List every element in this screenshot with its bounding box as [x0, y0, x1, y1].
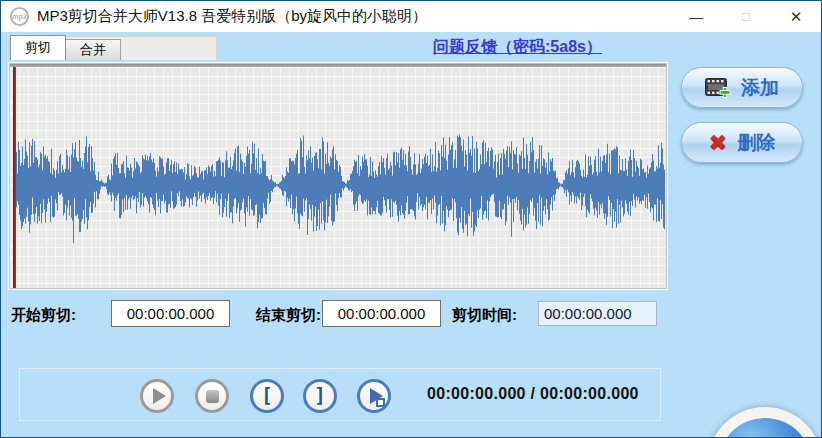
red-x-icon: ✖ — [709, 132, 727, 154]
add-button-label: 添加 — [741, 75, 779, 101]
play-button[interactable] — [140, 379, 174, 413]
selection-square-icon — [376, 398, 385, 407]
end-cut-label: 结束剪切: — [256, 306, 321, 325]
end-cut-input[interactable] — [322, 300, 441, 327]
bracket-close-icon: ] — [314, 386, 325, 407]
mark-end-button[interactable]: ] — [303, 379, 337, 413]
bracket-open-icon: [ — [261, 386, 272, 407]
waveform — [15, 67, 665, 288]
minimize-button[interactable]: — — [671, 1, 721, 32]
film-add-icon — [705, 78, 731, 98]
tab-bar: 剪切 合并 — [9, 36, 217, 60]
big-cut-button-face — [718, 418, 812, 438]
play-icon — [153, 388, 166, 404]
maximize-button: □ — [721, 1, 771, 32]
stop-icon — [206, 390, 219, 403]
transport-panel: [ ] 00:00:00.000 / 00:00:00.000 — [19, 368, 661, 421]
app-window: mp3 MP3剪切合并大师V13.8 吾爱特别版（by旋风中的小聪明） — □ … — [0, 0, 822, 438]
app-logo-text: mp3 — [12, 13, 26, 20]
start-cut-input[interactable] — [111, 300, 230, 327]
window-title: MP3剪切合并大师V13.8 吾爱特别版（by旋风中的小聪明） — [37, 7, 427, 26]
mark-start-button[interactable]: [ — [250, 379, 284, 413]
play-selection-button[interactable] — [357, 379, 391, 413]
big-cut-button[interactable] — [707, 407, 822, 438]
start-cut-label: 开始剪切: — [11, 306, 76, 325]
waveform-panel[interactable] — [9, 63, 667, 289]
window-controls: — □ ✕ — [671, 1, 821, 32]
feedback-link[interactable]: 问题反馈（密码:5a8s） — [433, 37, 602, 58]
stop-button[interactable] — [195, 379, 229, 413]
tab-cut[interactable]: 剪切 — [10, 35, 66, 60]
cut-duration-field: 00:00:00.000 — [538, 301, 657, 326]
title-bar: mp3 MP3剪切合并大师V13.8 吾爱特别版（by旋风中的小聪明） — □ … — [1, 1, 821, 32]
app-logo-icon: mp3 — [10, 7, 29, 26]
cut-duration-label: 剪切时间: — [452, 306, 517, 325]
delete-button[interactable]: ✖ 删除 — [681, 122, 803, 163]
playhead-cursor[interactable] — [13, 67, 16, 288]
close-button[interactable]: ✕ — [771, 1, 821, 32]
add-button[interactable]: 添加 — [681, 67, 803, 108]
delete-button-label: 删除 — [737, 130, 775, 156]
tab-merge[interactable]: 合并 — [66, 39, 121, 60]
time-display: 00:00:00.000 / 00:00:00.000 — [427, 385, 639, 403]
